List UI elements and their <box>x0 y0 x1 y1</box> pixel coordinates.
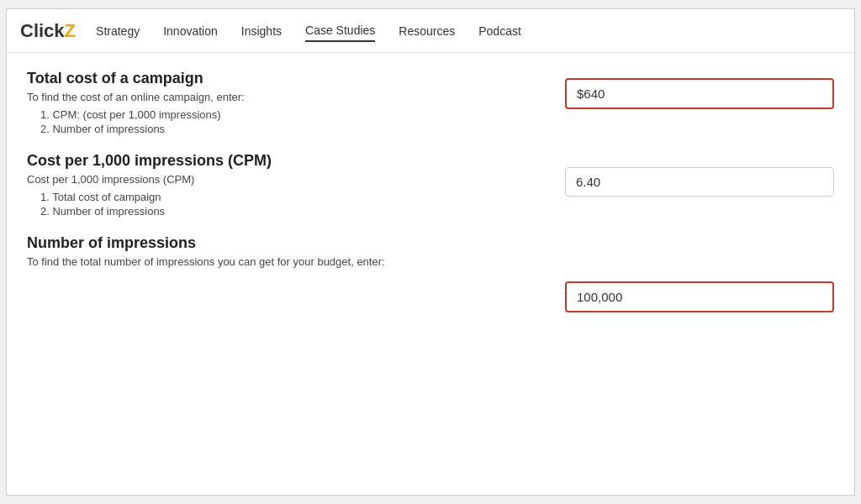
section-cpm-desc: Cost per 1,000 impressions (CPM) <box>27 173 548 186</box>
nav-podcast[interactable]: Podcast <box>478 21 521 41</box>
section-cpm-list: 1. Total cost of campaign 2. Number of i… <box>27 191 548 218</box>
section-impressions-title: Number of impressions <box>27 234 548 252</box>
section-total-cost-desc: To find the cost of an online campaign, … <box>27 91 548 103</box>
nav-case-studies[interactable]: Case Studies <box>305 20 375 42</box>
navbar: ClickZ Strategy Innovation Insights Case… <box>7 9 854 53</box>
right-panel <box>565 70 834 349</box>
section-total-cost: Total cost of a campaign To find the cos… <box>27 70 548 135</box>
main-content: Total cost of a campaign To find the cos… <box>7 53 854 365</box>
input-slot-3 <box>565 281 834 349</box>
nav-strategy[interactable]: Strategy <box>96 21 140 41</box>
section-cpm-title: Cost per 1,000 impressions (CPM) <box>27 152 548 170</box>
nav-links: Strategy Innovation Insights Case Studie… <box>96 20 841 42</box>
impressions-input[interactable] <box>565 281 834 312</box>
logo-z-text: Z <box>65 20 76 42</box>
list-item: 2. Number of impressions <box>40 205 548 218</box>
section-impressions-desc: To find the total number of impressions … <box>27 255 548 268</box>
section-cpm: Cost per 1,000 impressions (CPM) Cost pe… <box>27 152 548 218</box>
section-impressions: Number of impressions To find the total … <box>27 234 548 268</box>
input-slot-2 <box>565 167 834 268</box>
logo-click-text: Click <box>20 20 65 42</box>
list-item: 2. Number of impressions <box>40 123 548 135</box>
left-panel: Total cost of a campaign To find the cos… <box>27 70 565 349</box>
list-item: 1. Total cost of campaign <box>40 191 548 203</box>
total-cost-input[interactable] <box>565 78 834 109</box>
nav-innovation[interactable]: Innovation <box>163 21 218 41</box>
nav-resources[interactable]: Resources <box>399 21 455 41</box>
cpm-input[interactable] <box>565 167 834 197</box>
list-item: 1. CPM: (cost per 1,000 impressions) <box>40 108 548 121</box>
page-wrapper: ClickZ Strategy Innovation Insights Case… <box>6 8 855 496</box>
nav-insights[interactable]: Insights <box>241 21 282 41</box>
input-slot-1 <box>565 78 834 154</box>
section-total-cost-list: 1. CPM: (cost per 1,000 impressions) 2. … <box>27 108 548 135</box>
section-total-cost-title: Total cost of a campaign <box>27 70 548 87</box>
logo: ClickZ <box>20 20 76 42</box>
